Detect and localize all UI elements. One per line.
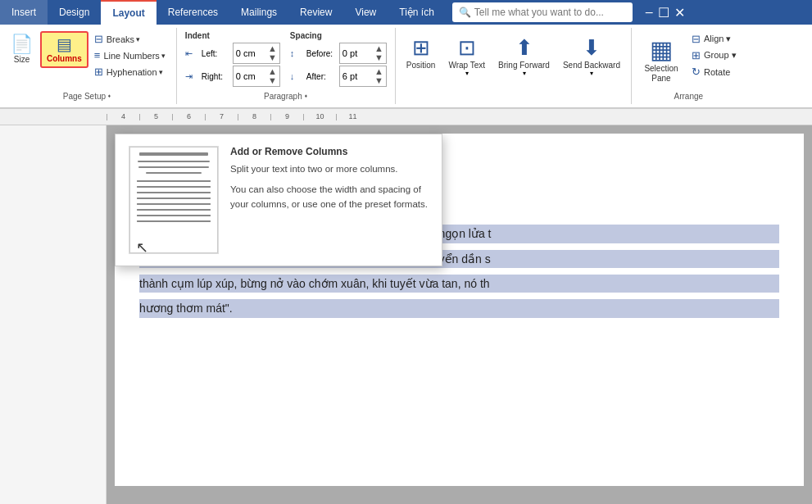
indent-left-input[interactable]: 0 cm ▲ ▼ [233,43,280,64]
hyphenation-button[interactable]: ⊞ Hyphenation ▾ [90,64,170,79]
page-setup-small-buttons: ⊟ Breaks ▾ ≡ Line Numbers ▾ ⊞ Hyphenatio… [90,31,170,79]
ruler-mark: 11 [336,114,369,120]
ruler-mark: 9 [270,114,303,120]
selection-pane-icon: ▦ [650,35,673,64]
tooltip-title: Add or Remove Columns [230,146,429,157]
selection-pane-label: SelectionPane [644,64,678,84]
hyphenation-icon: ⊞ [94,66,103,78]
align-icon: ⊟ [692,33,701,45]
document-page: ....ao hao hoa dạ hương nhưng cánh tròn … [115,134,804,486]
tab-review[interactable]: Review [288,0,343,25]
page-setup-group: 📄 Size ▤ Columns ⊟ Breaks ▾ ≡ [0,28,177,104]
line-numbers-icon: ≡ [94,49,101,61]
ruler-mark: 4 [107,114,139,120]
ruler: 4 5 6 7 8 9 10 11 [0,109,812,125]
close-icon[interactable]: ✕ [674,5,685,20]
rotate-button[interactable]: ↻ Rotate [687,64,741,79]
indent-left-down[interactable]: ▼ [268,53,277,62]
spacing-before-label: Before: [306,49,338,58]
page-setup-dialog-launcher[interactable]: ⬧ [107,92,111,99]
spacing-after-down[interactable]: ▼ [374,76,383,85]
align-button[interactable]: ⊟ Align ▾ [687,31,741,47]
spacing-after-input[interactable]: 6 pt ▲ ▼ [339,66,387,87]
bring-forward-arrow: ▾ [523,70,526,77]
tab-mailings[interactable]: Mailings [229,0,288,25]
indent-right-down[interactable]: ▼ [268,76,277,85]
size-button[interactable]: 📄 Size [5,31,39,68]
doc-line-7: hương thơm mát". [139,299,779,317]
hyphenation-arrow: ▾ [159,68,163,76]
ruler-mark: 6 [172,114,205,120]
search-input[interactable] [474,7,626,18]
breaks-arrow: ▾ [136,35,140,43]
align-group-buttons: ⊟ Align ▾ ⊞ Group ▾ ↻ Rotate [687,31,741,79]
bring-forward-icon: ⬆ [515,35,533,61]
ruler-mark: 7 [205,114,238,120]
group-button[interactable]: ⊞ Group ▾ [687,48,741,63]
ruler-mark: 5 [139,114,172,120]
preview-doc [129,147,218,253]
main-area: ....ao hao hoa dạ hương nhưng cánh tròn … [0,125,812,504]
breaks-button[interactable]: ⊟ Breaks ▾ [90,31,170,47]
columns-icon: ▤ [57,36,72,52]
minimize-icon[interactable]: – [646,5,653,20]
ruler-mark: 8 [238,114,270,120]
paragraph-dialog-launcher[interactable]: ⬧ [304,92,308,99]
line-numbers-arrow: ▾ [161,52,166,60]
indent-right-icon: ⇥ [185,71,200,82]
send-backward-button[interactable]: ⬇ Send Backward ▾ [557,31,626,81]
rotate-icon: ↻ [692,66,701,78]
wrap-text-button[interactable]: ⊡ Wrap Text ▾ [442,31,491,81]
indent-label: Indent [185,31,280,40]
tooltip-desc1: Split your text into two or more columns… [230,162,429,176]
objects-group: ⊞ Position ⊡ Wrap Text ▾ ⬆ Bring Forward… [396,28,632,104]
size-icon: 📄 [11,35,33,53]
group-icon: ⊞ [692,49,701,61]
breaks-icon: ⊟ [94,33,103,45]
page-sidebar [0,125,107,504]
columns-button[interactable]: ▤ Columns [40,31,88,68]
indent-right-label: Right: [202,72,231,81]
tooltip-preview-image [129,146,219,254]
line-numbers-button[interactable]: ≡ Line Numbers ▾ [90,48,170,63]
position-button[interactable]: ⊞ Position [401,31,442,74]
wrap-text-arrow: ▾ [465,70,469,77]
indent-left-icon: ⇤ [185,48,200,59]
tab-view[interactable]: View [343,0,388,25]
tab-design[interactable]: Design [48,0,101,25]
search-bar: 🔍 [452,2,633,22]
send-backward-icon: ⬇ [583,35,601,61]
tab-insert[interactable]: Insert [0,0,48,25]
tab-layout[interactable]: Layout [101,0,156,25]
ruler-mark: 10 [303,114,336,120]
spacing-after-icon: ↓ [290,71,305,81]
paragraph-group: Indent ⇤ Left: 0 cm ▲ ▼ ⇥ [177,28,396,104]
wrap-text-icon: ⊡ [458,35,476,61]
selection-pane-button[interactable]: ▦ SelectionPane [637,31,686,88]
tooltip-popup: Add or Remove Columns Split your text in… [115,134,442,266]
position-icon: ⊞ [412,35,430,61]
search-icon: 🔍 [459,7,471,18]
spacing-before-icon: ↕ [290,48,305,58]
tab-references[interactable]: References [157,0,229,25]
restore-icon[interactable]: ☐ [658,5,669,20]
indent-left-label: Left: [202,49,231,58]
tooltip-desc2: You can also choose the width and spacin… [230,183,429,211]
document-area: ....ao hao hoa dạ hương nhưng cánh tròn … [107,125,812,504]
tooltip-text-area: Add or Remove Columns Split your text in… [230,146,429,254]
spacing-after-label: After: [306,72,338,81]
tab-tien-ich[interactable]: Tiện ích [388,0,446,25]
send-backward-arrow: ▾ [590,70,593,77]
spacing-before-input[interactable]: 0 pt ▲ ▼ [339,43,387,64]
bring-forward-button[interactable]: ⬆ Bring Forward ▾ [492,31,556,81]
spacing-label: Spacing [290,31,387,40]
indent-right-input[interactable]: 0 cm ▲ ▼ [233,66,280,87]
arrange-group: ▦ SelectionPane ⊟ Align ▾ ⊞ Group ▾ ↻ [632,28,746,104]
spacing-before-down[interactable]: ▼ [374,53,383,62]
doc-line-6: thành cụm lúp xúp, bừng nở vào chớm xuân… [139,275,779,293]
